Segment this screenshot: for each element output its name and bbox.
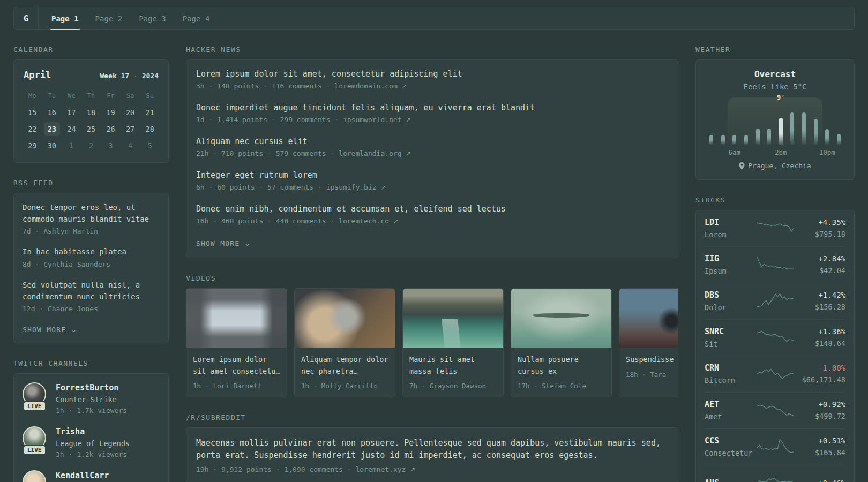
- video-card[interactable]: Mauris sit amet massa felis7h · Grayson …: [402, 288, 504, 397]
- rss-item-title[interactable]: In hac habitasse platea: [23, 246, 160, 258]
- nav-tab-page-2[interactable]: Page 2: [94, 7, 124, 29]
- twitch-channel-row[interactable]: LIVEForrestBurtonCounter-Strike1h · 1.7k…: [23, 382, 160, 415]
- video-card[interactable]: Suspendisse diam18h · Tara: [619, 288, 678, 397]
- video-title[interactable]: Aliquam tempor dolor nec pharetra…: [301, 354, 388, 377]
- stock-row[interactable]: CCSConsectetur+0.51%$165.84: [705, 428, 845, 465]
- rss-show-more-button[interactable]: SHOW MORE ⌄: [23, 326, 77, 334]
- twitch-header: TWITCH CHANNELS: [13, 359, 169, 367]
- videos-row: Lorem ipsum dolor sit amet consectetu…1h…: [186, 288, 678, 397]
- video-title[interactable]: Mauris sit amet massa felis: [409, 354, 497, 377]
- video-thumbnail: [511, 289, 611, 348]
- rss-item-title[interactable]: Donec tempor eros leo, ut commodo mauris…: [23, 202, 160, 225]
- hacker-news-show-more-button[interactable]: SHOW MORE ⌄: [196, 239, 250, 247]
- calendar-day: 17: [62, 104, 81, 120]
- stock-row[interactable]: AHS+0.46%: [705, 465, 845, 482]
- nav-tab-page-1[interactable]: Page 1: [50, 7, 80, 29]
- weather-bar: [721, 135, 725, 145]
- weather-bar: [825, 129, 829, 145]
- subreddit-header: /R/SUBREDDIT: [186, 413, 678, 421]
- hn-item-age: 16h: [196, 217, 208, 225]
- hn-item-domain-link[interactable]: ipsumworld.net ↗: [343, 116, 411, 124]
- video-meta: 1h · Lori Barnett: [193, 382, 280, 390]
- twitch-channel-row[interactable]: LIVETrishaLeague of Legends3h · 1.2k vie…: [23, 426, 160, 458]
- hn-item-title[interactable]: Lorem ipsum dolor sit amet, consectetur …: [196, 69, 668, 79]
- video-card[interactable]: Aliquam tempor dolor nec pharetra…1h · M…: [294, 288, 395, 397]
- stock-row[interactable]: IIGIpsum+2.84%$42.04: [705, 246, 845, 283]
- rss-header: RSS FEED: [13, 179, 169, 187]
- hn-item-comments[interactable]: 440 comments: [276, 217, 326, 225]
- stock-sparkline: [757, 217, 794, 239]
- calendar-month: April: [24, 70, 51, 80]
- right-column: WEATHER Overcast Feels like 5°C 9°6am2pm…: [695, 46, 855, 482]
- video-thumbnail: [186, 289, 287, 348]
- hn-item-age: 6h: [196, 183, 205, 191]
- calendar-day: 5: [140, 137, 160, 154]
- hn-item-meta: 1d · 1,414 points · 299 comments · ipsum…: [196, 116, 668, 124]
- hn-item-comments[interactable]: 57 comments: [267, 183, 313, 191]
- video-age: 18h: [626, 371, 638, 379]
- video-title[interactable]: Suspendisse diam: [626, 354, 678, 366]
- twitch-avatar-wrap: LIVE: [23, 426, 48, 458]
- rss-item-meta: 8d · Cynthia Saunders: [23, 260, 160, 268]
- hn-item-title[interactable]: Aliquam nec cursus elit: [196, 137, 668, 146]
- app-logo[interactable]: G: [14, 7, 39, 29]
- video-title[interactable]: Lorem ipsum dolor sit amet consectetu…: [193, 354, 280, 377]
- stock-change: +2.84%: [794, 254, 845, 263]
- hn-item-meta: 3h · 148 points · 116 comments · loremdo…: [196, 82, 668, 90]
- twitch-section: TWITCH CHANNELS LIVEForrestBurtonCounter…: [13, 359, 169, 482]
- subreddit-card: Maecenas mollis pulvinar erat non posuer…: [186, 427, 678, 482]
- calendar-day: 1: [62, 137, 81, 154]
- twitch-channel-name[interactable]: Trisha: [56, 427, 130, 436]
- hn-item-domain-link[interactable]: ipsumify.biz ↗: [326, 183, 386, 191]
- nav-tab-page-3[interactable]: Page 3: [138, 7, 167, 29]
- stock-price: $156.28: [794, 303, 845, 311]
- hn-item-comments[interactable]: 299 comments: [280, 116, 331, 124]
- video-card[interactable]: Nullam posuere cursus ex17h · Stefan Col…: [511, 288, 612, 397]
- calendar-header: CALENDAR: [13, 46, 169, 54]
- video-card[interactable]: Lorem ipsum dolor sit amet consectetu…1h…: [186, 288, 287, 397]
- stock-row[interactable]: DBSDolor+1.42%$156.28: [705, 283, 845, 319]
- stock-symbol: DBS: [705, 290, 756, 300]
- external-link-icon: ↗: [380, 184, 386, 191]
- stock-row[interactable]: AETAmet+0.92%$499.72: [705, 392, 845, 428]
- stock-sparkline: [757, 363, 794, 385]
- stock-row[interactable]: LDILorem+4.35%$795.18: [705, 210, 845, 246]
- calendar-day: 15: [23, 104, 42, 120]
- calendar-weekday: Th: [81, 90, 101, 104]
- video-age: 1h: [301, 382, 309, 390]
- hn-item-domain-link[interactable]: loremtech.co ↗: [339, 217, 399, 225]
- stock-symbol: CCS: [705, 436, 756, 446]
- subreddit-post-domain-link[interactable]: loremnet.xyz ↗: [355, 465, 415, 473]
- hn-item-domain-link[interactable]: loremdomain.com ↗: [334, 82, 407, 90]
- video-age: 7h: [409, 382, 417, 390]
- calendar-weekday: Su: [140, 90, 160, 104]
- hn-item-domain-link[interactable]: loremlandia.org ↗: [339, 149, 411, 157]
- video-meta: 7h · Grayson Dawson: [409, 382, 497, 390]
- twitch-channel-row[interactable]: KendallCarr: [23, 470, 160, 482]
- rss-item-title[interactable]: Sed volutpat nulla nisl, a condimentum n…: [23, 280, 160, 303]
- video-title[interactable]: Nullam posuere cursus ex: [518, 354, 605, 377]
- hn-item: Lorem ipsum dolor sit amet, consectetur …: [196, 69, 668, 90]
- twitch-avatar-wrap: [23, 470, 48, 482]
- hn-item-title[interactable]: Integer eget rutrum lorem: [196, 170, 668, 180]
- weather-feels-like: Feels like 5°C: [709, 82, 841, 91]
- subreddit-post-title[interactable]: Maecenas mollis pulvinar erat non posuer…: [196, 437, 668, 462]
- calendar-card: April Week 17 · 2024 MoTuWeThFrSaSu15161…: [13, 59, 169, 163]
- rss-card: Donec tempor eros leo, ut commodo mauris…: [13, 193, 169, 343]
- hn-item-comments[interactable]: 579 comments: [276, 149, 326, 157]
- hn-item-title[interactable]: Donec imperdiet augue tincidunt felis al…: [196, 103, 668, 112]
- hn-item-comments[interactable]: 116 comments: [272, 82, 322, 90]
- hn-item-title[interactable]: Donec enim nibh, condimentum et accumsan…: [196, 204, 668, 214]
- stock-row[interactable]: CRNBitcorn-1.00%$66,171.48: [705, 356, 845, 392]
- weather-card: Overcast Feels like 5°C 9°6am2pm10pm Pra…: [695, 59, 855, 180]
- rss-item-author: Ashlyn Martin: [43, 227, 98, 235]
- stock-symbol: SNRC: [705, 327, 756, 336]
- twitch-channel-name[interactable]: KendallCarr: [56, 471, 109, 480]
- video-age: 17h: [518, 382, 530, 390]
- stock-row[interactable]: SNRCSit+1.36%$148.64: [705, 319, 845, 356]
- rss-section: RSS FEED Donec tempor eros leo, ut commo…: [13, 179, 169, 343]
- hn-item: Donec imperdiet augue tincidunt felis al…: [196, 103, 668, 124]
- twitch-channel-name[interactable]: ForrestBurton: [56, 383, 127, 393]
- nav-tab-page-4[interactable]: Page 4: [182, 7, 211, 29]
- subreddit-post-comments[interactable]: 1,090 comments: [284, 465, 343, 473]
